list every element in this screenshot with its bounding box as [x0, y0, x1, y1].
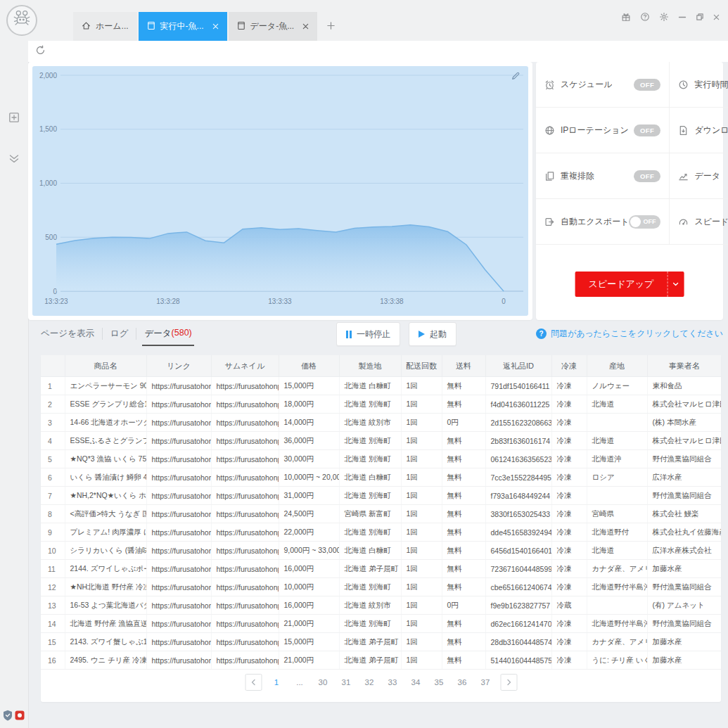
column-header[interactable]: 送料 [442, 355, 485, 377]
tab-running-task[interactable]: 実行中-魚... [139, 12, 227, 41]
pagination: 1...3031323334353637 [245, 674, 517, 691]
speed-up-button[interactable]: スピードアップ [575, 272, 684, 297]
next-page-button[interactable] [500, 674, 517, 691]
layers-icon[interactable] [8, 152, 20, 167]
column-header[interactable]: 冷凍 [551, 355, 587, 377]
help-icon[interactable] [640, 12, 650, 22]
refresh-icon[interactable] [35, 45, 46, 58]
close-icon[interactable] [713, 14, 720, 20]
add-task-icon[interactable] [8, 111, 20, 127]
column-header[interactable]: リンク [146, 355, 211, 377]
table-row[interactable]: 6いくら 醤油漬け 鱒卵 400...https://furusatohonpo… [41, 468, 721, 487]
chevron-down-icon[interactable] [667, 272, 684, 297]
record-icon[interactable] [15, 710, 25, 723]
table-cell: カナダ産、アメリカ産、... [587, 560, 647, 578]
table-row[interactable]: 8<高評価>特大 うなぎ 国...https://furusatohonpo.j… [41, 505, 721, 523]
column-header[interactable]: 返礼品ID [485, 355, 551, 377]
column-header[interactable]: 価格 [279, 355, 339, 377]
table-row[interactable]: 314-66 北海道オホーツク...https://furusatohonpo.… [41, 414, 721, 432]
view-tab-count: (580) [172, 328, 192, 340]
table-cell: 22,000円 [279, 523, 339, 542]
table-row[interactable]: 152143. ズワイ蟹しゃぶ1kg...https://furusatohon… [41, 633, 721, 651]
table-cell: 無料 [442, 615, 485, 633]
table-cell: 2 [41, 395, 65, 414]
table-cell: プレミアム! 肉厚濃厚 ほ... [65, 523, 146, 542]
table-cell: 野付漁業協同組合 [647, 487, 721, 505]
off-toggle[interactable]: OFF [629, 215, 660, 229]
table-cell: 冷凍 [551, 560, 587, 578]
close-tab-icon[interactable] [302, 23, 309, 30]
new-tab-button[interactable] [319, 12, 343, 41]
table-cell: https://furusatohonpo.jp/d... [211, 523, 279, 542]
table-row[interactable]: 7★NH,2*NQ★いくら ホタ...https://furusatohonpo… [41, 487, 721, 505]
table-row[interactable]: 162495. ウニ チリ産 冷凍 1...https://furusatoho… [41, 651, 721, 670]
restore-icon[interactable] [696, 13, 704, 21]
shield-icon[interactable] [3, 710, 13, 724]
edit-chart-icon[interactable] [511, 71, 521, 84]
column-header[interactable]: 配送回数 [401, 355, 442, 377]
table-row[interactable]: 14北海道 野付産 漁協直送 ...https://furusatohonpo.… [41, 615, 721, 633]
view-tab-ログ[interactable]: ログ [103, 328, 137, 340]
table-cell: 北海道 弟子屈町 [339, 633, 401, 651]
page-35[interactable]: 35 [430, 675, 447, 689]
page-32[interactable]: 32 [361, 675, 378, 689]
table-cell: 2d1551623208663 [485, 414, 551, 432]
table-cell: 6 [41, 468, 65, 487]
off-badge[interactable]: OFF [634, 124, 661, 136]
table-cell: https://furusatohonpo.jp/d... [211, 468, 279, 487]
table-row[interactable]: 2ESSE グランプリ総合1位...https://furusatohonpo.… [41, 395, 721, 414]
table-cell: 8 [41, 505, 65, 523]
off-badge[interactable]: OFF [634, 170, 661, 182]
column-header[interactable]: サムネイル [211, 355, 279, 377]
table-cell: (有) アムネット [647, 596, 721, 615]
table-row[interactable]: 1エンペラーサーモン 900g...https://furusatohonpo.… [41, 377, 721, 395]
column-header[interactable] [41, 355, 65, 377]
off-badge[interactable]: OFF [634, 79, 661, 91]
table-cell: 北海道沖 [587, 450, 647, 468]
page-31[interactable]: 31 [338, 675, 355, 689]
table-cell: 冷凍 [551, 651, 587, 670]
minimize-icon[interactable] [678, 13, 687, 21]
column-header[interactable]: 産地 [587, 355, 647, 377]
view-tab-データ[interactable]: データ(580) [136, 328, 199, 340]
settings-icon[interactable] [659, 12, 669, 22]
stat-IPローテーション: IPローテーションOFF [536, 108, 669, 153]
table-cell: 1回 [401, 414, 442, 432]
view-tab-ページを表示[interactable]: ページを表示 [41, 328, 103, 340]
tab-strip: ホーム... 実行中-魚... データ-魚... [73, 12, 343, 41]
page-33[interactable]: 33 [384, 675, 401, 689]
start-button[interactable]: 起動 [409, 322, 456, 346]
column-header[interactable]: 事業者名 [647, 355, 721, 377]
table-cell: 1回 [401, 542, 442, 560]
gift-icon[interactable] [621, 12, 631, 22]
svg-text:13:3:23: 13:3:23 [44, 298, 68, 305]
table-row[interactable]: 1316-53 よつ葉北海道バタ...https://furusatohonpo… [41, 596, 721, 615]
pause-button[interactable]: 一時停止 [336, 322, 400, 346]
page-30[interactable]: 30 [314, 675, 331, 689]
table-row[interactable]: 9プレミアム! 肉厚濃厚 ほ...https://furusatohonpo.j… [41, 523, 721, 542]
table-cell: 北海道 別海町 [339, 450, 401, 468]
tab-data-task[interactable]: データ-魚... [229, 12, 318, 41]
page-37[interactable]: 37 [477, 675, 494, 689]
tab-home[interactable]: ホーム... [73, 12, 137, 41]
table-cell: 1 [41, 377, 65, 395]
table-row[interactable]: 12★NH北海道 野付産 冷凍...https://furusatohonpo.… [41, 578, 721, 596]
globe-icon [544, 125, 555, 136]
page-1[interactable]: 1 [268, 675, 285, 689]
close-tab-icon[interactable] [212, 23, 219, 30]
page-34[interactable]: 34 [407, 675, 424, 689]
app-window: ホーム... 実行中-魚... データ-魚... 05001,0001,50 [0, 0, 728, 728]
table-row[interactable]: 5★NQ*3 漁協 いくら 750g...https://furusatohon… [41, 450, 721, 468]
table-cell: 14,000円 [279, 414, 339, 432]
table-cell: https://furusatohonpo.jp/d... [211, 505, 279, 523]
question-icon: ? [536, 328, 547, 339]
column-header[interactable]: 製造地 [339, 355, 401, 377]
table-row[interactable]: 112144. ズワイしゃぶポー...https://furusatohonpo… [41, 560, 721, 578]
help-link[interactable]: ? 問題があったらここをクリックしてください [536, 328, 723, 340]
prev-page-button[interactable] [245, 674, 262, 691]
column-header[interactable]: 商品名 [65, 355, 146, 377]
table-row[interactable]: 10シラリカいくら (醤油味)https://furusatohonpo.jp/… [41, 542, 721, 560]
table-row[interactable]: 4ESSEふるさとグランプ...https://furusatohonpo.jp… [41, 432, 721, 450]
page-36[interactable]: 36 [454, 675, 471, 689]
data-chart-icon [678, 171, 689, 181]
